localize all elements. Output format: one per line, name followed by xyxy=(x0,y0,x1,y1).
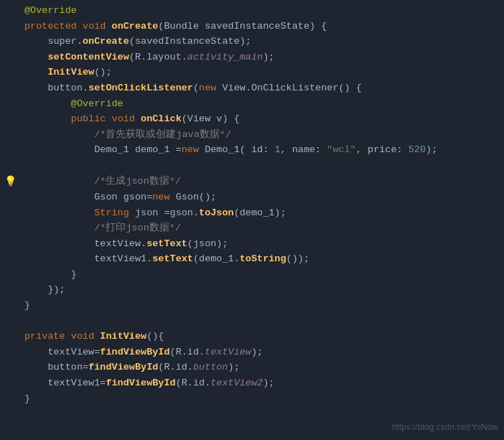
line-gutter xyxy=(0,127,20,143)
line-content: private void InitView(){ xyxy=(20,329,504,345)
code-line: @Override xyxy=(0,96,504,112)
line-content xyxy=(20,314,504,329)
line-content: Gson gson=new Gson(); xyxy=(20,189,504,205)
line-gutter xyxy=(0,34,20,50)
code-line: button=findViewById(R.id.button); xyxy=(0,360,504,375)
code-line: textView1=findViewById(R.id.textView2); xyxy=(0,375,504,391)
code-line: Demo_1 demo_1 =new Demo_1( id: 1, name: … xyxy=(0,142,504,158)
code-line: textView.setText(json); xyxy=(0,236,504,252)
code-line: } xyxy=(0,391,504,407)
line-gutter xyxy=(0,80,20,96)
line-gutter xyxy=(0,158,20,174)
code-line: button.setOnClickListener(new View.OnCli… xyxy=(0,80,504,96)
line-content: /*打印json数据*/ xyxy=(20,220,504,236)
line-gutter xyxy=(0,3,20,19)
code-line: /*首先获取或创建java数据*/ xyxy=(0,127,504,143)
line-content: super.onCreate(savedInstanceState); xyxy=(20,34,504,50)
line-content: }); xyxy=(20,282,504,298)
line-content: protected void onCreate(Bundle savedInst… xyxy=(20,19,504,34)
line-gutter xyxy=(0,360,20,375)
line-content: textView=findViewById(R.id.textView); xyxy=(20,345,504,360)
line-gutter: 💡 xyxy=(0,174,20,189)
code-line: setContentView(R.layout.activity_main); xyxy=(0,50,504,65)
line-content: } xyxy=(20,298,504,314)
code-line: protected void onCreate(Bundle savedInst… xyxy=(0,19,504,34)
code-editor: @Override protected void onCreate(Bundle… xyxy=(0,0,504,409)
lightbulb-icon: 💡 xyxy=(4,174,17,189)
line-gutter xyxy=(0,375,20,391)
line-content: public void onClick(View v) { xyxy=(20,111,504,127)
code-line: super.onCreate(savedInstanceState); xyxy=(0,34,504,50)
line-content xyxy=(20,158,504,174)
line-content: @Override xyxy=(20,96,504,112)
line-gutter xyxy=(0,96,20,112)
line-content: String json =gson.toJson(demo_1); xyxy=(20,205,504,221)
code-line: InitView(); xyxy=(0,65,504,80)
line-gutter xyxy=(0,236,20,252)
line-content: textView1=findViewById(R.id.textView2); xyxy=(20,375,504,391)
code-line: @Override xyxy=(0,3,504,19)
code-line: textView=findViewById(R.id.textView); xyxy=(0,345,504,360)
line-content: InitView(); xyxy=(20,65,504,80)
code-line: private void InitView(){ xyxy=(0,329,504,345)
line-content: @Override xyxy=(20,3,504,19)
line-content: /*首先获取或创建java数据*/ xyxy=(20,127,504,143)
line-content: /*生成json数据*/ xyxy=(20,174,504,189)
line-gutter xyxy=(0,329,20,345)
line-gutter xyxy=(0,314,20,329)
code-line: }); xyxy=(0,282,504,298)
line-content: textView1.setText(demo_1.toString()); xyxy=(20,251,504,267)
code-line: textView1.setText(demo_1.toString()); xyxy=(0,251,504,267)
line-content: button.setOnClickListener(new View.OnCli… xyxy=(20,80,504,96)
line-gutter xyxy=(0,391,20,407)
watermark: https://blog.csdn.net/YoNow xyxy=(392,421,498,434)
line-gutter xyxy=(0,298,20,314)
code-line: 💡 /*生成json数据*/ xyxy=(0,174,504,189)
line-gutter xyxy=(0,220,20,236)
code-line: Gson gson=new Gson(); xyxy=(0,189,504,205)
line-content: setContentView(R.layout.activity_main); xyxy=(20,50,504,65)
line-gutter xyxy=(0,282,20,298)
line-gutter xyxy=(0,142,20,158)
line-gutter xyxy=(0,19,20,34)
code-line: } xyxy=(0,267,504,283)
line-gutter xyxy=(0,111,20,127)
code-line xyxy=(0,314,504,329)
line-gutter xyxy=(0,267,20,283)
code-line: String json =gson.toJson(demo_1); xyxy=(0,205,504,221)
line-content: button=findViewById(R.id.button); xyxy=(20,360,504,375)
code-line xyxy=(0,158,504,174)
line-content: Demo_1 demo_1 =new Demo_1( id: 1, name: … xyxy=(20,142,504,158)
line-gutter xyxy=(0,205,20,221)
line-gutter xyxy=(0,345,20,360)
line-gutter xyxy=(0,251,20,267)
line-content: } xyxy=(20,267,504,283)
code-line: public void onClick(View v) { xyxy=(0,111,504,127)
line-content: textView.setText(json); xyxy=(20,236,504,252)
line-gutter xyxy=(0,189,20,205)
code-line: /*打印json数据*/ xyxy=(0,220,504,236)
code-line: } xyxy=(0,298,504,314)
line-gutter xyxy=(0,50,20,65)
line-gutter xyxy=(0,65,20,80)
line-content: } xyxy=(20,391,504,407)
